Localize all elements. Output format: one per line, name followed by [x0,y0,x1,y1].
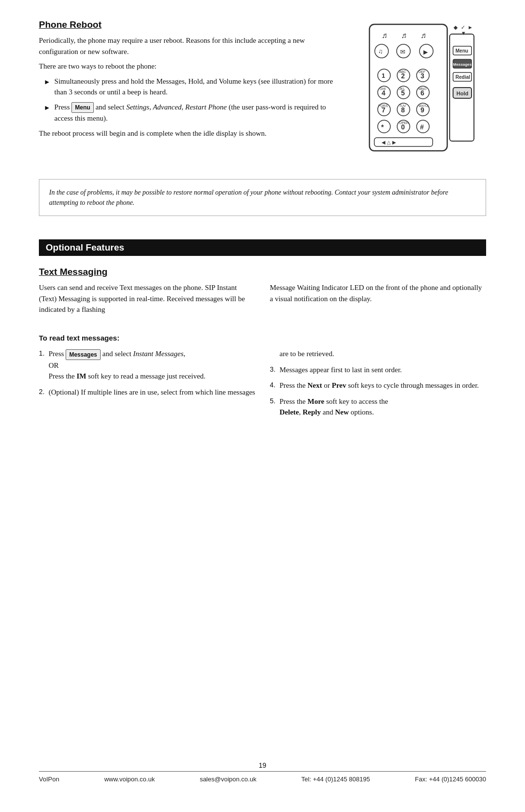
phone-illustration: ♬ ♬ ♬ ◆ ✓ ► ▼ ♫ ✉ ▶ [350,19,486,165]
steps-list-right: are to be retrieved. 3. Messages appear … [270,348,486,418]
bullet-text-1: Simultaneously press and hold the Messag… [54,76,340,98]
bullet2-pre: Press [54,103,70,111]
svg-text:7: 7 [382,106,385,114]
svg-text:3: 3 [420,72,424,80]
svg-text:▼: ▼ [461,30,466,36]
step1-italic: Instant Messages, [133,350,186,358]
step-5-content: Press the More soft key to access the De… [280,396,486,418]
step-5: 5. Press the More soft key to access the… [270,396,486,418]
bullet-arrow-2: ► [44,103,51,113]
step1-rest: soft key to read a message just received… [87,372,206,380]
svg-text:5: 5 [401,89,405,97]
phone-svg: ♬ ♬ ♬ ◆ ✓ ► ▼ ♫ ✉ ▶ [355,19,481,165]
svg-text:2: 2 [401,72,405,80]
step-3-cont-content: are to be retrieved. [280,348,486,360]
note-text: In the case of problems, it may be possi… [49,187,476,208]
step-3-content: Messages appear first to last in sent or… [280,364,486,376]
bullet2-mid: and select [95,103,126,111]
phone-reboot-bullets: ► Simultaneously press and hold the Mess… [44,76,340,124]
bullet2-italic: Settings, Advanced, Restart Phone [126,103,227,111]
step-3: 3. Messages appear first to last in sent… [270,364,486,376]
svg-text:Messages: Messages [453,62,472,67]
step-4: 4. Press the Next or Prev soft keys to c… [270,380,486,391]
svg-text:1: 1 [382,72,385,79]
phone-reboot-para3: The reboot process will begin and is com… [39,128,340,139]
phone-reboot-text: Phone Reboot Periodically, the phone may… [39,19,340,165]
phone-reboot-para1: Periodically, the phone may require a us… [39,35,340,57]
text-msg-right-para: Message Waiting Indicator LED on the fro… [270,282,486,304]
svg-text:4: 4 [382,89,385,97]
bullet-text-2: Press Menu and select Settings, Advanced… [54,102,340,124]
step-4-num: 4. [270,380,280,390]
svg-text:*: * [381,123,384,131]
svg-text:Hold: Hold [456,90,468,96]
footer-website: www.voipon.co.uk [104,776,155,783]
menu-key-btn: Menu [71,102,93,113]
phone-reboot-title: Phone Reboot [39,19,340,30]
text-messaging-intro: Users can send and receive Text messages… [39,282,486,319]
svg-text:6: 6 [420,89,424,97]
bullet-item-2: ► Press Menu and select Settings, Advanc… [44,102,340,124]
svg-text:Menu: Menu [455,48,468,54]
footer-tel: Tel: +44 (0)1245 808195 [301,776,370,783]
step-2-num: 2. [39,387,49,397]
svg-text:◆: ◆ [454,24,458,30]
step-3-cont: are to be retrieved. [270,348,486,360]
read-text-messages-heading: To read text messages: [39,333,486,344]
svg-text:♬: ♬ [382,31,387,39]
svg-text:9: 9 [420,106,424,114]
phone-reboot-para2: There are two ways to reboot the phone: [39,61,340,72]
page-number: 19 [39,761,486,769]
text-msg-right-col: Message Waiting Indicator LED on the fro… [270,282,486,319]
footer-bar: VoIPon www.voipon.co.uk sales@voipon.co.… [39,771,486,783]
svg-text:✉: ✉ [400,48,405,55]
step1-im: IM [77,372,87,380]
step-1-content: Press Messages and select Instant Messag… [49,348,255,382]
footer: 19 VoIPon www.voipon.co.uk sales@voipon.… [39,747,486,783]
svg-text:#: # [420,123,424,131]
bullet-item-1: ► Simultaneously press and hold the Mess… [44,76,340,98]
svg-text:♬: ♬ [401,31,407,39]
text-msg-steps: 1. Press Messages and select Instant Mes… [39,348,486,423]
svg-text:♫: ♫ [378,48,383,55]
step1-b: Press the [49,372,77,380]
svg-text:◀ △ ▶: ◀ △ ▶ [382,140,396,145]
step-4-content: Press the Next or Prev soft keys to cycl… [280,380,486,391]
step-2: 2. (Optional) If multiple lines are in u… [39,387,255,398]
step-2-content: (Optional) If multiple lines are in use,… [49,387,255,398]
svg-point-41 [378,120,390,133]
step1-mid: and select Instant Messages, [103,350,186,358]
svg-text:0: 0 [401,123,405,131]
text-messaging-title: Text Messaging [39,267,486,277]
text-msg-left-para: Users can send and receive Text messages… [39,282,255,315]
optional-features-bar: Optional Features [39,239,486,256]
steps-list-left: 1. Press Messages and select Instant Mes… [39,348,255,397]
svg-text:♬: ♬ [420,31,426,39]
svg-text:►: ► [468,24,473,30]
svg-text:✓: ✓ [461,24,465,30]
phone-reboot-section: Phone Reboot Periodically, the phone may… [39,19,486,165]
svg-text:▶: ▶ [423,49,428,55]
messages-key-btn: Messages [66,349,100,360]
footer-email: sales@voipon.co.uk [200,776,257,783]
step-1-num: 1. [39,348,49,359]
page: Phone Reboot Periodically, the phone may… [0,0,525,812]
note-box: In the case of problems, it may be possi… [39,179,486,216]
footer-fax: Fax: +44 (0)1245 600030 [415,776,486,783]
text-msg-left-col: Users can send and receive Text messages… [39,282,255,319]
step1-pre: Press [49,350,64,358]
optional-features-label: Optional Features [46,242,124,253]
footer-brand: VoIPon [39,776,59,783]
bullet-arrow-1: ► [44,77,51,87]
text-msg-steps-right: are to be retrieved. 3. Messages appear … [270,348,486,423]
step-3-num: 3. [270,364,280,375]
svg-text:8: 8 [401,106,405,114]
svg-text:Redial: Redial [455,74,470,80]
text-msg-steps-left: 1. Press Messages and select Instant Mes… [39,348,255,423]
step-5-num: 5. [270,396,280,406]
step-1: 1. Press Messages and select Instant Mes… [39,348,255,382]
step1-or: OR [49,361,59,369]
